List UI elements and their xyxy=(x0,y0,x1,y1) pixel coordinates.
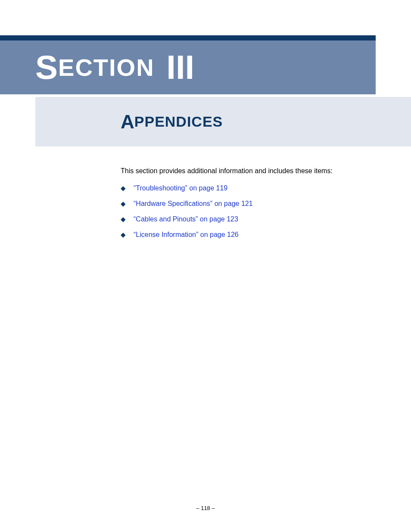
list-item: ◆ “Cables and Pinouts” on page 123 xyxy=(121,215,375,223)
section-number: III xyxy=(157,48,195,87)
list-item: ◆ “License Information” on page 126 xyxy=(121,231,375,239)
xref-link-license-information[interactable]: “License Information” on page 126 xyxy=(134,231,239,239)
list-item: ◆ “Troubleshooting” on page 119 xyxy=(121,184,375,192)
title-rest: PPENDICES xyxy=(134,113,223,130)
chapter-title-block: APPENDICES xyxy=(35,97,411,146)
link-list: ◆ “Troubleshooting” on page 119 ◆ “Hardw… xyxy=(121,184,375,239)
xref-link-troubleshooting[interactable]: “Troubleshooting” on page 119 xyxy=(134,184,227,192)
title-capital: A xyxy=(121,111,134,133)
bullet-icon: ◆ xyxy=(121,184,134,192)
intro-paragraph: This section provides additional informa… xyxy=(121,167,375,175)
xref-link-hardware-specifications[interactable]: “Hardware Specifications” on page 121 xyxy=(134,200,253,208)
bullet-icon: ◆ xyxy=(121,200,134,208)
content-area: This section provides additional informa… xyxy=(121,167,375,246)
list-item: ◆ “Hardware Specifications” on page 121 xyxy=(121,200,375,208)
section-label-capital: S xyxy=(35,48,58,87)
section-banner: SECTION III xyxy=(0,40,376,94)
bullet-icon: ◆ xyxy=(121,215,134,223)
bullet-icon: ◆ xyxy=(121,231,134,239)
section-label-rest: ECTION xyxy=(58,53,155,81)
xref-link-cables-and-pinouts[interactable]: “Cables and Pinouts” on page 123 xyxy=(134,215,238,223)
page-number-footer: – 118 – xyxy=(0,505,411,511)
header-accent-bar xyxy=(0,35,376,40)
